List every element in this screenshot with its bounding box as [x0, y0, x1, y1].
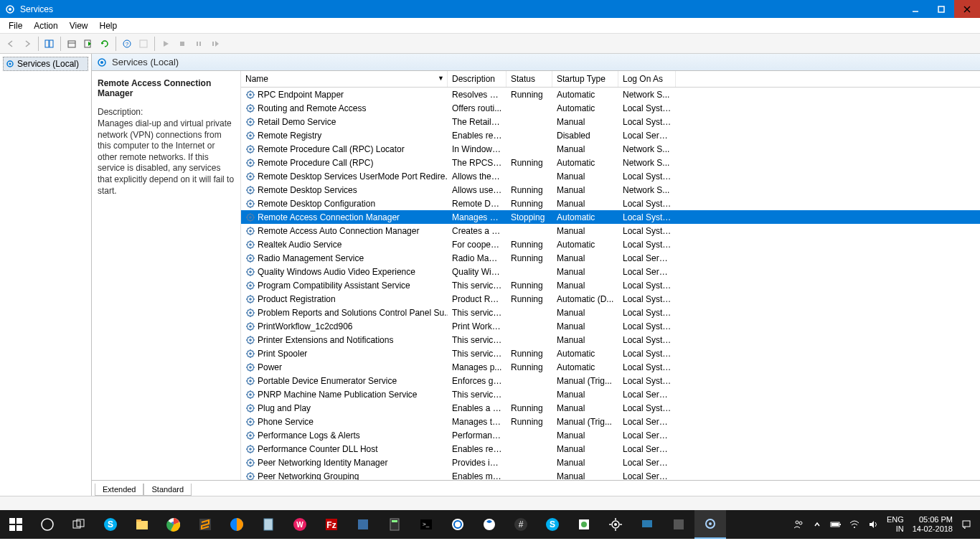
service-row[interactable]: Remote Desktop Services UserMode Port Re… — [241, 169, 980, 183]
service-row[interactable]: Performance Logs & AlertsPerformanc...Ma… — [241, 428, 980, 442]
column-startup-type[interactable]: Startup Type — [552, 71, 618, 87]
service-row[interactable]: Program Compatibility Assistant ServiceT… — [241, 278, 980, 292]
service-row[interactable]: PowerManages p...RunningAutomaticLocal S… — [241, 360, 980, 374]
service-description: In Windows... — [448, 143, 507, 155]
taskbar-wamp-icon[interactable]: W — [284, 510, 316, 539]
tray-chevron-up-icon[interactable] — [808, 510, 826, 539]
column-name[interactable]: Name▼ — [241, 71, 448, 87]
taskbar-slack-icon[interactable]: # — [505, 510, 537, 539]
close-button[interactable] — [954, 0, 980, 18]
service-row[interactable]: PrintWorkflow_1c2cd906Print Workfl...Man… — [241, 319, 980, 333]
taskbar-settings-icon[interactable] — [600, 510, 631, 539]
service-row[interactable]: Peer Networking Identity ManagerProvides… — [241, 456, 980, 469]
tree-services-local[interactable]: Services (Local) — [3, 57, 88, 71]
service-row[interactable]: Remote Procedure Call (RPC)The RPCSS ...… — [241, 156, 980, 169]
taskbar-file-explorer-icon[interactable] — [126, 510, 158, 539]
service-row[interactable]: Printer Extensions and NotificationsThis… — [241, 333, 980, 347]
tray-language[interactable]: ENG IN — [882, 515, 908, 534]
taskbar-calculator-icon[interactable] — [379, 510, 410, 539]
service-row[interactable]: Realtek Audio ServiceFor coopera...Runni… — [241, 237, 980, 251]
column-description[interactable]: Description — [448, 71, 507, 87]
taskbar-skype-icon[interactable]: S — [95, 510, 126, 539]
service-name: Problem Reports and Solutions Control Pa… — [258, 308, 448, 318]
tray-notifications-icon[interactable] — [957, 510, 976, 539]
taskbar-skype2-icon[interactable]: S — [537, 510, 568, 539]
help-button[interactable]: ? — [119, 36, 135, 52]
gear-icon — [245, 185, 255, 195]
service-row[interactable]: Print SpoolerThis service ...RunningAuto… — [241, 347, 980, 360]
service-row[interactable]: Remote RegistryEnables rem...DisabledLoc… — [241, 128, 980, 142]
taskbar-app2-icon[interactable] — [442, 510, 473, 539]
service-row[interactable]: Product RegistrationProduct Re...Running… — [241, 292, 980, 306]
column-status[interactable]: Status — [507, 71, 552, 87]
taskbar-services-icon[interactable] — [694, 510, 726, 539]
service-startup-type: Manual — [552, 443, 618, 455]
service-log-on-as: Local Syste... — [618, 103, 676, 114]
menu-help[interactable]: Help — [94, 19, 123, 33]
taskbar-app1-icon[interactable] — [347, 510, 379, 539]
tray-wifi-icon[interactable] — [845, 510, 864, 539]
pause-service-button[interactable] — [191, 36, 207, 52]
export-list-button[interactable] — [80, 36, 96, 52]
column-log-on-as[interactable]: Log On As — [618, 71, 676, 87]
nav-back-button[interactable] — [3, 36, 19, 52]
taskbar-app5-icon[interactable] — [631, 510, 663, 539]
console-tree-pane[interactable]: Services (Local) — [0, 54, 92, 496]
svg-rect-37 — [264, 519, 273, 530]
taskbar-notepad-icon[interactable] — [253, 510, 284, 539]
tray-volume-icon[interactable] — [864, 510, 882, 539]
service-row[interactable]: Quality Windows Audio Video ExperienceQu… — [241, 265, 980, 278]
service-status — [507, 448, 552, 450]
maximize-button[interactable] — [928, 0, 954, 18]
taskbar-filezilla-icon[interactable]: Fz — [316, 510, 347, 539]
service-row[interactable]: Remote Access Connection ManagerManages … — [241, 210, 980, 224]
help2-button[interactable] — [136, 36, 151, 52]
service-row[interactable]: Performance Counter DLL HostEnables rem.… — [241, 442, 980, 456]
start-button[interactable] — [0, 510, 32, 539]
refresh-button[interactable] — [97, 36, 113, 52]
service-row[interactable]: Remote Desktop ConfigurationRemote Des..… — [241, 197, 980, 210]
show-hide-tree-button[interactable] — [42, 36, 57, 52]
service-row[interactable]: Retail Demo ServiceThe Retail D...Manual… — [241, 115, 980, 128]
service-row[interactable]: Remote Desktop ServicesAllows user...Run… — [241, 183, 980, 197]
restart-service-button[interactable] — [207, 36, 223, 52]
tray-people-icon[interactable] — [789, 510, 808, 539]
gear-icon — [245, 335, 255, 345]
service-row[interactable]: Remote Access Auto Connection ManagerCre… — [241, 224, 980, 237]
service-row[interactable]: Plug and PlayEnables a c...RunningManual… — [241, 401, 980, 415]
taskbar-app6-icon[interactable] — [663, 510, 694, 539]
service-row[interactable]: RPC Endpoint MapperResolves RP...Running… — [241, 88, 980, 101]
tab-extended[interactable]: Extended — [95, 484, 143, 496]
taskbar-cmd-icon[interactable]: >_ — [410, 510, 442, 539]
service-row[interactable]: Radio Management ServiceRadio Mana...Run… — [241, 251, 980, 265]
start-service-button[interactable] — [158, 36, 174, 52]
service-row[interactable]: Remote Procedure Call (RPC) LocatorIn Wi… — [241, 142, 980, 156]
services-icon — [4, 4, 16, 15]
service-row[interactable]: Problem Reports and Solutions Control Pa… — [241, 306, 980, 319]
taskbar-firefox-icon[interactable] — [221, 510, 253, 539]
taskbar-app3-icon[interactable] — [473, 510, 505, 539]
stop-service-button[interactable] — [174, 36, 190, 52]
tray-battery-icon[interactable] — [826, 510, 845, 539]
service-row[interactable]: PNRP Machine Name Publication ServiceThi… — [241, 387, 980, 401]
service-row[interactable]: Phone ServiceManages th...RunningManual … — [241, 415, 980, 428]
service-startup-type: Manual — [552, 321, 618, 332]
service-status — [507, 312, 552, 314]
tray-clock[interactable]: 05:06 PM 14-02-2018 — [908, 515, 957, 534]
taskbar-chrome-icon[interactable] — [158, 510, 189, 539]
service-row[interactable]: Peer Networking GroupingEnables mul...Ma… — [241, 469, 980, 480]
services-list[interactable]: Name▼ Description Status Startup Type Lo… — [241, 71, 980, 480]
menu-view[interactable]: View — [64, 19, 94, 33]
service-row[interactable]: Routing and Remote AccessOffers routi...… — [241, 101, 980, 115]
cortana-button[interactable] — [32, 510, 63, 539]
taskbar-app4-icon[interactable] — [568, 510, 600, 539]
nav-forward-button[interactable] — [19, 36, 35, 52]
taskbar-sublime-icon[interactable] — [189, 510, 221, 539]
properties-button[interactable] — [64, 36, 80, 52]
tab-standard[interactable]: Standard — [143, 484, 192, 496]
minimize-button[interactable] — [903, 0, 928, 18]
menu-action[interactable]: Action — [28, 19, 63, 33]
menu-file[interactable]: File — [3, 19, 28, 33]
service-row[interactable]: Portable Device Enumerator ServiceEnforc… — [241, 374, 980, 387]
task-view-button[interactable] — [63, 510, 95, 539]
